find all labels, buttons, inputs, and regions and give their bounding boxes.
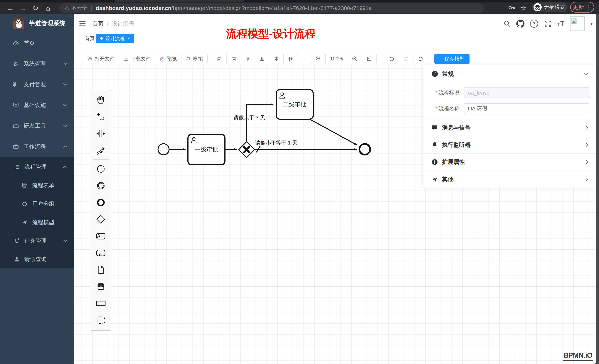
undo-button[interactable]: [384, 54, 399, 64]
sidebar-logo-row[interactable]: 芋道管理系统: [0, 14, 74, 33]
svg-text:i: i: [434, 72, 436, 76]
sidebar-collapse-button[interactable]: [78, 19, 87, 28]
search-icon[interactable]: [503, 20, 511, 27]
plus-circle-icon: [432, 159, 438, 165]
browser-tab-strip: [0, 0, 599, 2]
info-icon: i: [432, 71, 438, 77]
align-bottom-button[interactable]: [255, 54, 269, 64]
save-model-button[interactable]: + 保存模型: [434, 54, 469, 64]
user-task-level1[interactable]: 一级审批: [188, 134, 225, 165]
process-name-input[interactable]: [464, 103, 590, 114]
designer-toolbar: 打开文件 下载文件 ◎ 预览 模拟: [74, 45, 596, 65]
sidebar-item-payment[interactable]: ¥ 支付管理: [0, 74, 74, 95]
sidebar-item-user-group[interactable]: 用户分组: [0, 195, 74, 213]
button-label: 保存模型: [445, 55, 465, 62]
chevron-down-icon: [63, 104, 68, 107]
sidebar-item-leave-query[interactable]: 请假查询: [0, 250, 74, 269]
sidebar-item-label: 系统管理: [24, 60, 46, 68]
align-horizontal-center-button[interactable]: [284, 54, 298, 64]
address-bar[interactable]: ⚠ 不安全 dashboard.yudao.iocoder.cn /bpm/ma…: [59, 3, 484, 13]
file-button-group: 打开文件 下载文件 ◎ 预览 模拟: [83, 54, 208, 64]
bpmn-io-logo[interactable]: BPMN.iO: [563, 351, 593, 361]
bpmn-canvas[interactable]: 一级审批 二级审批 请假大于 3 天: [74, 65, 596, 364]
required-mark: *: [435, 90, 438, 95]
sidebar-item-home[interactable]: 首页: [0, 33, 74, 53]
zoom-level: 100%: [326, 54, 347, 64]
align-button-group: [212, 54, 298, 64]
panel-section-listeners[interactable]: 执行监听器: [423, 136, 596, 153]
user-task-level2[interactable]: 二级审批: [276, 90, 313, 119]
redo-button[interactable]: [399, 54, 414, 64]
sidebar-item-task-management[interactable]: 任务管理: [0, 231, 74, 250]
form-edit-icon: [22, 183, 32, 188]
align-left-button[interactable]: [212, 54, 227, 64]
panel-section-general[interactable]: i 常规: [423, 65, 596, 83]
panel-section-extensions[interactable]: 扩展属性: [423, 153, 596, 171]
field-label: *流程标识: [429, 89, 464, 96]
edge-label-le1[interactable]: 请假小于等于 1 天: [255, 140, 297, 146]
download-file-button[interactable]: 下载文件: [119, 54, 155, 64]
sidebar-item-workflow[interactable]: 工作流程: [0, 136, 74, 157]
sidebar-item-devtools[interactable]: 研发工具: [0, 116, 74, 136]
fullscreen-icon[interactable]: [544, 20, 552, 28]
process-key-input[interactable]: [464, 87, 590, 98]
browser-active-tab[interactable]: [115, 0, 244, 2]
github-icon[interactable]: [516, 20, 524, 28]
avatar[interactable]: [570, 16, 585, 31]
sidebar-item-system[interactable]: ⚙ 系统管理: [0, 53, 74, 74]
sidebar-item-process-form[interactable]: 流程表单: [0, 176, 74, 195]
panel-section-other[interactable]: 其他: [423, 171, 596, 188]
security-label: 不安全: [71, 4, 87, 12]
toolbox-icon: [13, 123, 24, 129]
incognito-icon: [534, 3, 542, 11]
flow-task2-to-end[interactable]: [310, 119, 357, 145]
end-event[interactable]: [360, 144, 370, 155]
align-vertical-center-button[interactable]: [269, 54, 284, 64]
preview-button[interactable]: ◎ 预览: [155, 54, 182, 64]
task2-label: 二级审批: [283, 101, 306, 108]
section-title: 消息与信号: [442, 124, 471, 132]
align-top-button[interactable]: [241, 54, 255, 64]
caret-down-icon[interactable]: ▾: [590, 21, 593, 27]
tab-design-process[interactable]: 设计流程 ×: [96, 34, 134, 43]
refresh-button[interactable]: [414, 54, 428, 64]
folder-open-icon: [87, 56, 92, 61]
zoom-out-button[interactable]: [311, 54, 326, 64]
chevron-down-icon: [63, 239, 68, 242]
browser-home-button[interactable]: ⌂: [43, 2, 53, 14]
sidebar-item-process-model[interactable]: 流程模型: [0, 213, 74, 231]
password-key-icon[interactable]: [508, 4, 516, 12]
browser-back-button[interactable]: ←: [5, 2, 16, 14]
simulate-button[interactable]: 模拟: [182, 54, 207, 64]
sidebar-item-infrastructure[interactable]: 基础设施: [0, 95, 74, 116]
section-title: 其他: [442, 176, 453, 183]
workflow-submenu: 流程管理 流程表单 用户分组: [0, 157, 74, 269]
tab-label: 首页: [85, 35, 95, 42]
browser-forward-button[interactable]: →: [18, 2, 28, 14]
field-process-key: *流程标识: [429, 87, 590, 98]
browser-menu-icon[interactable]: ⋮: [586, 4, 592, 10]
breadcrumb: 首页 / 设计流程: [92, 14, 134, 33]
zoom-reset-button[interactable]: [362, 54, 377, 64]
browser-reload-button[interactable]: ↻: [30, 2, 41, 14]
browser-update-button[interactable]: 更新 ⋮: [570, 2, 594, 13]
breadcrumb-home[interactable]: 首页: [92, 20, 104, 27]
yen-icon: ¥: [13, 81, 24, 88]
close-icon[interactable]: ×: [127, 36, 130, 41]
edge-label-gt3[interactable]: 请假大于 3 天: [233, 115, 265, 120]
exclusive-gateway[interactable]: [239, 142, 255, 158]
open-file-button[interactable]: 打开文件: [83, 54, 119, 64]
zoom-in-button[interactable]: [347, 54, 362, 64]
sidebar-item-process-management[interactable]: 流程管理: [0, 158, 74, 176]
chevron-right-icon: [585, 142, 589, 147]
bookmark-star-icon[interactable]: ☆: [518, 2, 528, 14]
chevron-up-icon: [63, 165, 68, 168]
font-size-icon[interactable]: TT: [557, 20, 564, 28]
start-event[interactable]: [158, 144, 169, 155]
chip-icon: [186, 56, 191, 61]
panel-section-messages[interactable]: 消息与信号: [423, 119, 596, 136]
help-icon[interactable]: ?: [530, 20, 538, 28]
align-right-button[interactable]: [227, 54, 241, 64]
button-label: 预览: [167, 55, 177, 62]
flow-gateway-to-task2[interactable]: [247, 104, 273, 142]
